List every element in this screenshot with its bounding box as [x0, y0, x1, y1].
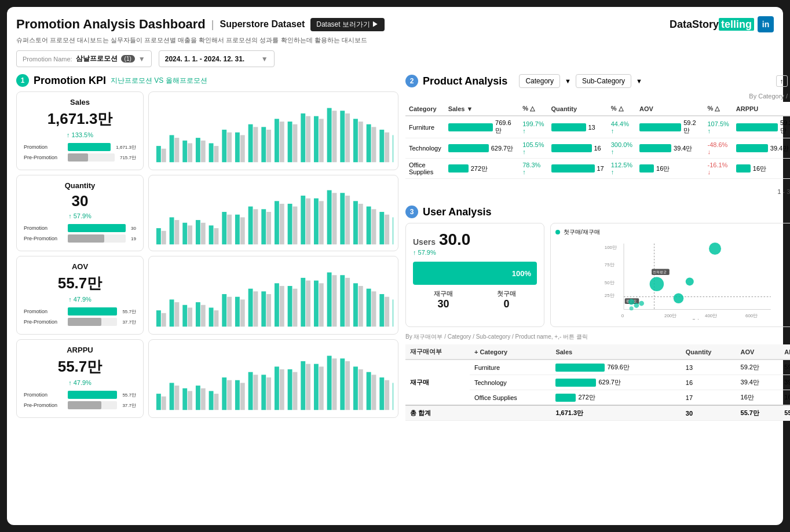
- header-left: Promotion Analysis Dashboard | Superstor…: [16, 17, 385, 32]
- svg-rect-112: [235, 297, 240, 327]
- kpi-change-2: ↑ 47.9%: [24, 296, 136, 303]
- pagination: 1 - 3 / 3 ‹ ›: [405, 184, 790, 200]
- svg-point-219: [650, 277, 664, 292]
- scatter-card: 첫구매/재구매 100만 75만 50만 25만 0: [550, 223, 790, 327]
- promo-bar-fill-1: [68, 224, 126, 232]
- svg-rect-117: [266, 294, 271, 326]
- svg-rect-4: [182, 141, 187, 162]
- total-aov: 55.7만: [736, 405, 780, 421]
- kpi-metric-card-3: ARPPU 55.7만 ↑ 47.9% Promotion 55.7만 Pre-…: [16, 339, 144, 418]
- linkedin-icon[interactable]: in: [758, 16, 774, 32]
- promo-label-0: Promotion: [24, 144, 64, 150]
- svg-rect-22: [301, 113, 305, 162]
- dataset-button[interactable]: Dataset 보러가기 ▶: [310, 18, 385, 31]
- svg-text:50만: 50만: [605, 280, 615, 285]
- main-content: 1 Promotion KPI 지난프로모션 VS 올해프로모션 Sales 1…: [16, 74, 774, 423]
- kpi-change-3: ↑ 47.9%: [24, 379, 136, 386]
- col-aov-delta: % △: [704, 102, 732, 116]
- svg-rect-11: [227, 133, 232, 163]
- bt-sales-0-2: 272만: [551, 390, 681, 406]
- svg-text:25만: 25만: [605, 293, 615, 298]
- promo-name-filter[interactable]: Promotion Name: 삼날프로모션 (1) ▼: [16, 50, 152, 67]
- svg-rect-51: [162, 231, 166, 244]
- bt-col-sales: Sales: [551, 344, 681, 359]
- svg-rect-184: [379, 377, 384, 410]
- svg-rect-58: [209, 225, 214, 244]
- promo-bar-row-2: Promotion 55.7만: [24, 307, 136, 315]
- bottom-table-body: 재구매 Furniture 769.6만 13 59.2만 59.2만 Tech…: [405, 359, 790, 421]
- svg-rect-174: [314, 364, 319, 410]
- svg-rect-159: [214, 394, 218, 410]
- svg-point-222: [639, 301, 644, 306]
- bt-col-group: 재구매여부: [405, 344, 470, 359]
- svg-rect-80: [353, 201, 358, 244]
- pr-sales-2: 272만: [445, 159, 520, 179]
- logo-text: DataStorytelling: [670, 19, 754, 31]
- logo-area: DataStorytelling in: [670, 16, 774, 32]
- total-arppu: 55.7만: [780, 405, 790, 421]
- svg-rect-72: [301, 196, 305, 244]
- svg-rect-84: [379, 212, 384, 244]
- svg-rect-103: [174, 302, 179, 326]
- bt-group-0: 재구매: [405, 359, 470, 405]
- svg-point-220: [628, 299, 635, 305]
- svg-rect-79: [345, 196, 350, 244]
- svg-rect-182: [367, 372, 371, 410]
- svg-rect-56: [196, 220, 200, 244]
- subcategory-arrow: ▼: [636, 78, 642, 85]
- repurchase-value: 30: [413, 298, 474, 310]
- subcategory-dropdown[interactable]: Sub-Category: [576, 74, 631, 88]
- kpi-title-2: AOV: [24, 262, 136, 271]
- pre-val-3: 37.7만: [122, 402, 136, 409]
- pr-sales-delta-1: 105.5% ↑: [519, 138, 547, 159]
- svg-rect-50: [156, 228, 161, 244]
- pr-aov-delta-2: -16.1% ↓: [704, 159, 732, 179]
- svg-rect-125: [319, 283, 324, 326]
- svg-rect-165: [254, 375, 258, 410]
- svg-rect-153: [174, 386, 179, 410]
- svg-rect-183: [372, 375, 376, 410]
- svg-rect-83: [372, 209, 376, 244]
- date-filter[interactable]: 2024. 1. 1. - 2024. 12. 31. ▼: [159, 50, 275, 67]
- svg-rect-186: [393, 383, 393, 410]
- kpi-chart-card-0: [148, 91, 398, 170]
- svg-rect-9: [214, 146, 218, 162]
- col-aov: AOV: [636, 102, 704, 116]
- svg-rect-173: [306, 364, 310, 410]
- svg-rect-69: [280, 204, 284, 244]
- pr-qty-delta-2: 112.5% ↑: [608, 159, 636, 179]
- col-sales[interactable]: Sales ▼: [445, 102, 520, 116]
- promo-val-1: 30: [131, 226, 136, 231]
- svg-rect-57: [201, 223, 206, 244]
- svg-rect-162: [235, 380, 240, 410]
- bottom-hint: By 재구매여부 / Category / Sub-category / Pro…: [405, 333, 790, 341]
- legend-dot: [555, 230, 560, 234]
- promo-val-2: 55.7만: [122, 309, 136, 315]
- kpi-value-1: 30: [24, 192, 136, 210]
- svg-rect-102: [170, 299, 174, 326]
- svg-rect-5: [188, 143, 192, 162]
- category-dropdown[interactable]: Category: [519, 74, 560, 88]
- svg-rect-73: [306, 199, 310, 245]
- svg-rect-7: [201, 141, 206, 162]
- pr-sales-delta-0: 199.7% ↑: [519, 116, 547, 138]
- svg-rect-120: [288, 286, 292, 326]
- svg-rect-129: [345, 278, 350, 326]
- bt-arppu-0-1: 39.4만: [780, 375, 790, 390]
- kpi-section-header: 1 Promotion KPI 지난프로모션 VS 올해프로모션: [16, 74, 398, 87]
- svg-rect-154: [182, 388, 187, 410]
- dropdown-arrow: ▼: [565, 78, 571, 85]
- pre-bar-row-2: Pre-Promotion 37.7만: [24, 318, 136, 326]
- sort-up-icon[interactable]: ↑: [776, 75, 788, 87]
- pre-label-0: Pre-Promotion: [24, 155, 64, 160]
- promo-label: Promotion Name:: [23, 56, 72, 63]
- svg-rect-127: [332, 275, 337, 326]
- table-icons: ↑ ↓ ≡ ⋮: [776, 75, 790, 87]
- svg-point-223: [630, 306, 634, 310]
- svg-rect-6: [196, 138, 200, 162]
- pr-sales-delta-2: 78.3% ↑: [519, 159, 547, 179]
- svg-rect-155: [188, 391, 192, 410]
- svg-rect-10: [222, 130, 226, 162]
- svg-rect-67: [266, 212, 271, 244]
- kpi-title-1: Quantity: [24, 181, 136, 190]
